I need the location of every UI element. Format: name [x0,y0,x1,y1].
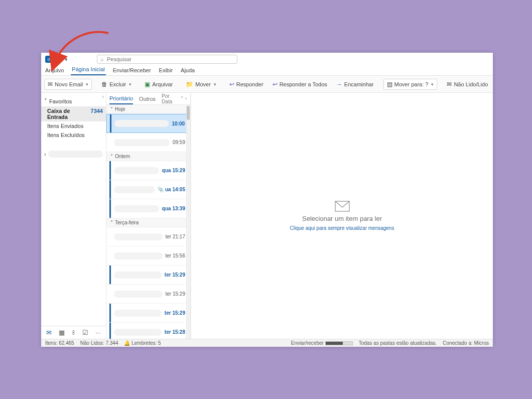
redacted-sender [114,329,162,336]
tab-ajuda[interactable]: Ajuda [180,66,196,75]
novo-email-label: Novo Email [55,81,83,87]
mail-view-icon[interactable]: ✉ [46,329,52,336]
novo-email-button[interactable]: ✉ Novo Email ▾ [44,79,92,90]
redacted-sender [114,310,162,317]
search-box[interactable]: ⌕ [97,55,237,64]
unread-indicator [110,114,111,132]
message-row[interactable]: 📎ua 14:05 [106,180,190,199]
nav-account-row[interactable]: › [41,149,106,160]
redacted-sender [114,252,163,259]
redacted-sender [114,205,159,212]
calendar-view-icon[interactable]: ▦ [59,329,65,336]
undo-icon[interactable]: ↺ [56,56,61,63]
unread-indicator [109,304,111,322]
status-bar: Itens: 62.465 Não Lidos: 7.344 🔔 Lembret… [41,339,493,347]
tab-enviar-receber[interactable]: Enviar/Receber [112,66,152,75]
message-list-scroll[interactable]: ˅Hoje10:0009:59˅Ontemqua 15:29📎ua 14:05q… [106,105,190,339]
move-to-button[interactable]: ▤ Mover para: ? ▾ [383,79,438,90]
status-unread: Não Lidos: 7.344 [80,340,118,346]
unread-indicator [109,285,111,303]
nav-deleted[interactable]: Itens Excluídos [41,130,106,140]
archive-icon: ▣ [145,81,150,88]
encaminhar-label: Encaminhar [344,81,374,87]
move-button[interactable]: 📁 Mover ▾ [182,79,220,90]
scrollbar-thumb[interactable] [187,106,190,120]
redacted-sender [114,272,162,279]
search-input[interactable] [107,56,234,62]
message-time-label: qua 13:39 [162,206,185,211]
nav-inbox[interactable]: Caixa de Entrada 7344 [41,106,106,121]
more-icon[interactable]: ··· [95,329,101,336]
status-send-receive-label: Enviar/receber [291,340,324,346]
nav-item-label: Caixa de Entrada [47,108,91,120]
chevron-down-icon: ▾ [431,82,434,87]
sort-label: Por Data [162,93,179,104]
message-row[interactable]: 09:59 [106,133,190,152]
people-view-icon[interactable]: ⩉ [72,329,75,336]
ribbon: ✉ Novo Email ▾ 🗑 Excluir ▾ ▣ Arquivar 📁 … [41,76,493,93]
message-row[interactable]: 10:00 [106,114,190,133]
nao-lido-label: Não Lido/Lido [454,81,488,87]
reply-all-button[interactable]: ↩ Responder a Todos [269,79,331,90]
nav-favorites-header[interactable]: ˅ Favoritos [41,93,106,106]
message-group-header[interactable]: ˅Terça-feira [106,218,190,227]
message-time: 09:59 [173,140,185,145]
redacted-sender [114,233,163,240]
trash-icon: 🗑 [101,81,107,88]
sort-dropdown[interactable]: Por Data ˅ ↑ [162,93,187,104]
quick-access-toolbar: ↺ ▾ [56,56,68,63]
reading-empty-title: Selecionar um item para ler [302,215,382,222]
message-row[interactable]: ter 15:29 [106,285,190,304]
reply-button[interactable]: ↩ Responder [226,79,267,90]
scrollbar[interactable] [186,105,190,339]
nav-collapse-icon[interactable]: ‹ [102,94,104,99]
status-reminders[interactable]: 🔔 Lembretes: 5 [124,340,161,346]
delete-button[interactable]: 🗑 Excluir ▾ [98,79,135,90]
chevron-down-icon: ▾ [86,82,88,87]
message-group-header[interactable]: ˅Ontem [106,152,190,161]
reading-always-preview-link[interactable]: Clique aqui para sempre visualizar mensa… [290,225,394,231]
message-time-label: ter 15:29 [165,272,185,278]
archive-button[interactable]: ▣ Arquivar [141,79,176,90]
message-row[interactable]: ter 21:17 [106,227,190,246]
outlook-window: o ↺ ▾ ⌕ Arquivo Página Inicial Enviar/Re… [41,53,493,347]
tab-pagina-inicial[interactable]: Página Inicial [71,65,105,75]
tab-arquivo[interactable]: Arquivo [44,66,65,75]
qat-caret-icon[interactable]: ▾ [65,56,68,63]
tasks-view-icon[interactable]: ☑ [82,329,88,336]
message-row[interactable]: qua 13:39 [106,199,190,218]
progress-bar [325,341,353,345]
message-group-header[interactable]: ˅Hoje [106,105,190,114]
message-time: qua 13:39 [162,206,185,211]
message-row[interactable]: qua 15:29 [106,161,190,180]
message-row[interactable]: ter 15:29 [106,304,190,323]
nav-item-label: Itens Enviados [47,123,83,129]
message-row[interactable]: ter 15:56 [106,246,190,265]
tab-outros[interactable]: Outros [139,94,156,104]
chevron-down-icon: ˅ [110,220,113,225]
forward-button[interactable]: → Encaminhar [333,79,377,90]
message-time: ter 15:56 [166,253,185,258]
unread-button[interactable]: ✉ Não Lido/Lido [443,79,491,90]
chevron-down-icon: ▾ [214,82,216,87]
titlebar: o ↺ ▾ ⌕ [41,53,493,65]
folder-move-icon: 📁 [186,81,193,88]
attachment-icon: 📎 [158,187,164,192]
message-row[interactable]: ter 15:28 [106,323,190,339]
status-send-receive: Enviar/receber [291,340,353,346]
bell-icon: 🔔 [124,340,130,346]
tab-prioritario[interactable]: Prioritário [109,93,133,104]
favorites-label: Favoritos [49,98,72,104]
tab-exibir[interactable]: Exibir [158,66,174,75]
message-time: ter 15:29 [165,310,185,316]
reply-all-icon: ↩ [273,81,278,88]
message-row[interactable]: ter 15:29 [106,265,190,285]
menubar: Arquivo Página Inicial Enviar/Receber Ex… [41,65,493,76]
message-time-label: ter 15:28 [165,329,185,335]
redacted-sender [114,139,170,146]
nav-sent[interactable]: Itens Enviados [41,121,106,130]
redacted-sender [114,167,159,174]
unread-indicator [109,265,111,284]
message-time-label: ter 21:17 [166,234,185,239]
redacted-account [48,151,103,158]
